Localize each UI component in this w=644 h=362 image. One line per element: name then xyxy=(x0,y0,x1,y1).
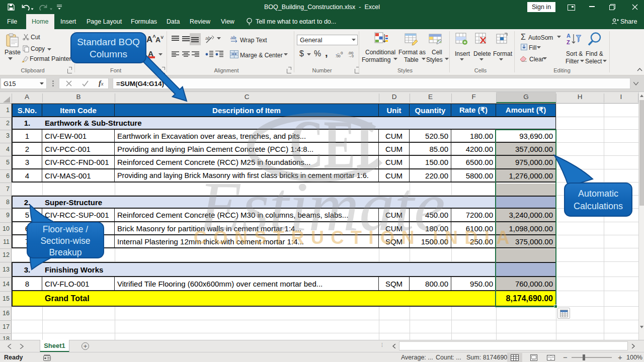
svg-text:→0: →0 xyxy=(348,54,354,58)
svg-text:A: A xyxy=(567,33,571,39)
svg-text:c: c xyxy=(234,36,236,40)
svg-text:Z: Z xyxy=(567,39,570,45)
